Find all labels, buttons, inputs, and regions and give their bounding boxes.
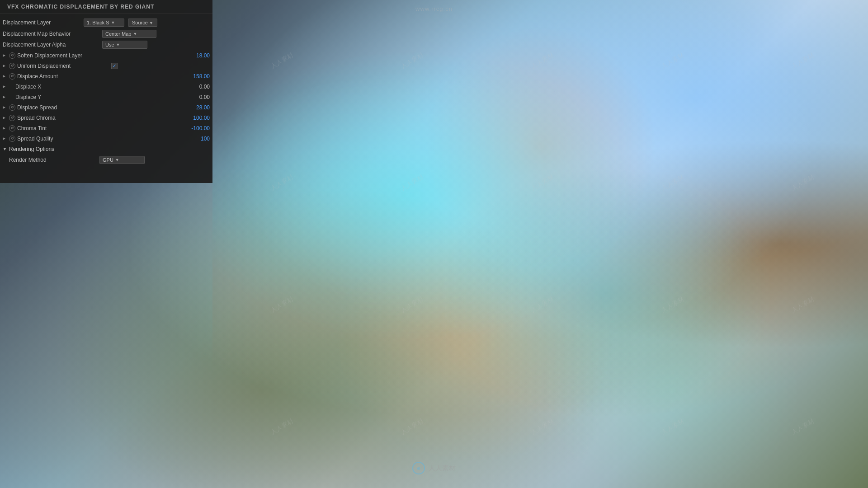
reset-icon[interactable]: ↺	[9, 73, 15, 80]
soften-displacement-layer-label: Soften Displacement Layer	[17, 52, 82, 59]
spread-quality-value[interactable]: 100	[201, 136, 210, 142]
displace-x-row: ▶ Displace X 0.00	[0, 81, 212, 92]
displace-amount-value[interactable]: 158.00	[193, 73, 210, 80]
rendering-options-section[interactable]: ▼ Rendering Options	[0, 144, 212, 155]
displacement-map-behavior-row: Displacement Map Behavior Center Map ▼	[0, 28, 212, 39]
source-button[interactable]: Source ▼	[128, 19, 157, 27]
chroma-tint-row: ▶ ↺ Chroma Tint -100.00	[0, 123, 212, 133]
expand-arrow-icon[interactable]: ▶	[3, 64, 9, 68]
uniform-displacement-label: Uniform Displacement	[17, 63, 71, 69]
reset-icon[interactable]: ↺	[9, 125, 15, 131]
effect-panel: VFX CHROMATIC DISPLACEMENT BY RED GIANT …	[0, 0, 212, 183]
panel-title: VFX CHROMATIC DISPLACEMENT BY RED GIANT	[0, 0, 212, 14]
displace-y-row: ▶ Displace Y 0.00	[0, 92, 212, 102]
displacement-layer-alpha-label: Displacement Layer Alpha	[3, 42, 102, 48]
displacement-layer-value: 1. Black S	[87, 20, 109, 25]
chevron-down-icon: ▼	[3, 147, 9, 151]
expand-arrow-icon[interactable]: ▶	[3, 105, 9, 109]
displacement-map-behavior-dropdown[interactable]: Center Map ▼	[102, 30, 156, 38]
uniform-displacement-row: ▶ ↺ Uniform Displacement ✓	[0, 61, 212, 71]
chromatic-overlay	[212, 0, 868, 488]
render-method-value: GPU	[103, 157, 113, 163]
displace-y-label: Displace Y	[15, 94, 41, 100]
chevron-down-icon: ▼	[116, 42, 120, 47]
spread-chroma-row: ▶ ↺ Spread Chroma 100.00	[0, 113, 212, 123]
soften-displacement-layer-value[interactable]: 18.00	[196, 52, 210, 59]
displacement-layer-alpha-row: Displacement Layer Alpha Use ▼	[0, 39, 212, 50]
expand-arrow-icon[interactable]: ▶	[3, 136, 9, 141]
expand-arrow-icon[interactable]: ▶	[3, 74, 9, 78]
displace-x-value[interactable]: 0.00	[199, 84, 210, 90]
render-method-row: Render Method GPU ▼	[0, 155, 212, 165]
spread-quality-row: ▶ ↺ Spread Quality 100	[0, 133, 212, 144]
rendering-options-label: Rendering Options	[9, 146, 54, 152]
chroma-tint-value[interactable]: -100.00	[191, 125, 210, 131]
chevron-down-icon: ▼	[115, 158, 119, 162]
chroma-tint-label: Chroma Tint	[17, 125, 47, 131]
reset-icon[interactable]: ↺	[9, 115, 15, 121]
chevron-down-icon: ▼	[149, 21, 153, 25]
soften-displacement-layer-row: ▶ ↺ Soften Displacement Layer 18.00	[0, 50, 212, 61]
render-method-dropdown[interactable]: GPU ▼	[99, 156, 145, 164]
expand-arrow-icon[interactable]: ▶	[3, 95, 9, 99]
expand-arrow-icon[interactable]: ▶	[3, 126, 9, 130]
displacement-map-behavior-label: Displacement Map Behavior	[3, 31, 102, 37]
expand-arrow-icon[interactable]: ▶	[3, 53, 9, 57]
displace-y-value[interactable]: 0.00	[199, 94, 210, 100]
chevron-down-icon: ▼	[111, 20, 115, 25]
displacement-layer-label: Displacement Layer	[3, 19, 82, 26]
spread-quality-label: Spread Quality	[17, 136, 53, 142]
reset-icon[interactable]: ↺	[9, 104, 15, 111]
reset-icon[interactable]: ↺	[9, 63, 15, 69]
displacement-layer-alpha-value: Use	[105, 42, 114, 47]
render-method-label: Render Method	[9, 157, 99, 163]
displacement-layer-row: Displacement Layer 1. Black S ▼ Source ▼	[0, 17, 212, 28]
expand-arrow-icon[interactable]: ▶	[3, 84, 9, 89]
reset-icon[interactable]: ↺	[9, 136, 15, 142]
displace-amount-row: ▶ ↺ Displace Amount 158.00	[0, 71, 212, 81]
spread-chroma-value[interactable]: 100.00	[193, 115, 210, 121]
displace-spread-label: Displace Spread	[17, 104, 57, 111]
displace-spread-value[interactable]: 28.00	[196, 104, 210, 111]
displace-amount-label: Displace Amount	[17, 73, 58, 80]
displace-spread-row: ▶ ↺ Displace Spread 28.00	[0, 102, 212, 113]
reset-icon[interactable]: ↺	[9, 52, 15, 59]
expand-arrow-icon[interactable]: ▶	[3, 116, 9, 120]
displacement-map-behavior-value: Center Map	[105, 31, 131, 37]
displacement-layer-alpha-dropdown[interactable]: Use ▼	[102, 41, 147, 49]
uniform-displacement-checkbox[interactable]: ✓	[111, 63, 118, 69]
displace-x-label: Displace X	[15, 84, 41, 90]
spread-chroma-label: Spread Chroma	[17, 115, 56, 121]
displacement-layer-dropdown[interactable]: 1. Black S ▼	[84, 19, 124, 27]
chevron-down-icon: ▼	[133, 32, 137, 36]
